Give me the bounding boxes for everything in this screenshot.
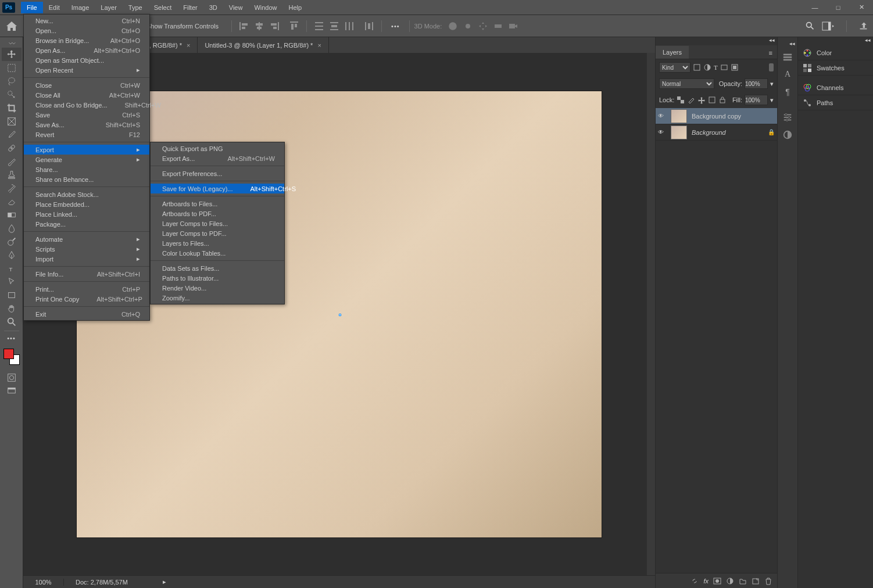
color-swatches[interactable] <box>3 349 20 365</box>
history-panel-icon[interactable] <box>781 50 795 64</box>
distribute-bottom-icon[interactable] <box>344 20 355 32</box>
close-window-button[interactable]: ✕ <box>850 1 873 15</box>
zoom-tool[interactable] <box>2 315 22 328</box>
marquee-tool[interactable] <box>2 61 22 74</box>
align-top-icon[interactable] <box>288 20 300 32</box>
menu-type[interactable]: Type <box>123 2 148 13</box>
visibility-icon[interactable]: 👁 <box>658 113 666 119</box>
color-panel-button[interactable]: Color <box>798 45 873 60</box>
history-brush-tool[interactable] <box>2 181 22 195</box>
menu-item[interactable]: Share on Behance... <box>24 174 149 184</box>
menu-item[interactable]: Export Preferences... <box>151 168 284 178</box>
menu-item[interactable]: Close and Go to Bridge...Shift+Ctrl+W <box>24 100 149 110</box>
stamp-tool[interactable] <box>2 168 22 181</box>
eyedropper-tool[interactable] <box>2 128 22 141</box>
menu-edit[interactable]: Edit <box>43 2 66 13</box>
menu-select[interactable]: Select <box>148 2 178 13</box>
blend-mode-select[interactable]: Normal <box>659 78 714 89</box>
layer-row[interactable]: 👁Background copy <box>656 108 777 124</box>
menu-window[interactable]: Window <box>248 2 282 13</box>
menu-item[interactable]: Zoomify... <box>151 293 284 303</box>
lock-transparent-icon[interactable] <box>677 96 685 104</box>
menu-item[interactable]: Paths to Illustrator... <box>151 273 284 283</box>
menu-item[interactable]: Import▸ <box>24 254 149 264</box>
crop-tool[interactable] <box>2 101 22 114</box>
filter-pixel-icon[interactable] <box>693 63 701 71</box>
menu-item[interactable]: Print One CopyAlt+Shift+Ctrl+P <box>24 294 149 304</box>
adjustments-panel-icon[interactable] <box>781 110 795 124</box>
doc-info-flyout-icon[interactable]: ▸ <box>163 578 166 586</box>
align-right-icon[interactable] <box>269 20 280 32</box>
menu-item[interactable]: Open Recent▸ <box>24 65 149 75</box>
opacity-input[interactable] <box>745 78 768 89</box>
menu-item[interactable]: Export▸ <box>24 145 149 155</box>
edit-toolbar-icon[interactable]: ••• <box>2 334 22 343</box>
filter-adjust-icon[interactable] <box>703 63 711 71</box>
foreground-color[interactable] <box>3 349 14 359</box>
rectangle-tool[interactable] <box>2 288 22 302</box>
quickmask-tool[interactable] <box>2 371 22 384</box>
menu-filter[interactable]: Filter <box>177 2 203 13</box>
eraser-tool[interactable] <box>2 195 22 208</box>
menu-item[interactable]: Quick Export as PNG <box>151 144 284 153</box>
filter-smart-icon[interactable] <box>731 63 739 71</box>
menu-item[interactable]: Open As...Alt+Shift+Ctrl+O <box>24 45 149 55</box>
layer-name[interactable]: Background <box>692 129 726 136</box>
collapse-panel-icon[interactable]: ◂◂ <box>769 37 775 45</box>
fill-flyout-icon[interactable]: ▾ <box>770 96 774 104</box>
styles-panel-icon[interactable] <box>781 128 795 142</box>
menu-item[interactable]: RevertF12 <box>24 130 149 139</box>
collapse-tools-icon[interactable] <box>2 40 22 48</box>
brush-tool[interactable] <box>2 155 22 168</box>
menu-file[interactable]: File <box>21 2 43 13</box>
share-icon[interactable] <box>858 21 868 31</box>
document-tab[interactable]: Untitled-3 @ 80% (Layer 1, RGB/8#) *× <box>198 37 328 53</box>
menu-item[interactable]: CloseCtrl+W <box>24 80 149 90</box>
layer-row[interactable]: 👁Background🔒 <box>656 124 777 141</box>
menu-item[interactable]: Export As...Alt+Shift+Ctrl+W <box>151 153 284 163</box>
menu-item[interactable]: Save As...Shift+Ctrl+S <box>24 120 149 130</box>
move-tool[interactable] <box>2 48 22 61</box>
distribute-h-icon[interactable] <box>363 20 375 32</box>
paths-panel-button[interactable]: Paths <box>798 95 873 110</box>
vertical-scrollbar[interactable] <box>647 53 655 575</box>
zoom-level[interactable]: 100% <box>23 579 64 586</box>
maximize-button[interactable]: □ <box>827 1 850 15</box>
menu-layer[interactable]: Layer <box>95 2 123 13</box>
collapse-strip-icon[interactable]: ◂◂ <box>789 41 795 46</box>
menu-item[interactable]: ExitCtrl+Q <box>24 309 149 319</box>
filter-kind-select[interactable]: Kind <box>659 62 690 73</box>
gradient-tool[interactable] <box>2 208 22 221</box>
close-tab-icon[interactable]: × <box>187 42 190 49</box>
lasso-tool[interactable] <box>2 74 22 88</box>
menu-item[interactable]: Scripts▸ <box>24 244 149 254</box>
filter-shape-icon[interactable] <box>720 63 728 71</box>
visibility-icon[interactable]: 👁 <box>658 129 666 135</box>
align-left-icon[interactable] <box>238 20 250 32</box>
delete-layer-icon[interactable] <box>764 577 772 585</box>
link-layers-icon[interactable] <box>690 577 699 585</box>
layer-fx-icon[interactable]: fx <box>703 578 709 585</box>
menu-item[interactable]: Render Video... <box>151 283 284 293</box>
menu-item[interactable]: Close AllAlt+Ctrl+W <box>24 90 149 100</box>
minimize-button[interactable]: — <box>803 1 827 15</box>
lock-artboard-icon[interactable] <box>708 96 716 104</box>
pen-tool[interactable] <box>2 248 22 261</box>
align-center-h-icon[interactable] <box>253 20 265 32</box>
paragraph-panel-icon[interactable]: ¶ <box>781 85 795 99</box>
menu-item[interactable]: Share... <box>24 164 149 174</box>
menu-item[interactable]: Place Embedded... <box>24 199 149 209</box>
group-icon[interactable] <box>739 577 747 585</box>
quick-select-tool[interactable] <box>2 88 22 101</box>
menu-item[interactable]: Open...Ctrl+O <box>24 26 149 35</box>
workspace-switcher-icon[interactable] <box>822 21 835 31</box>
filter-type-icon[interactable]: T <box>714 64 718 71</box>
character-panel-icon[interactable]: A <box>781 67 795 81</box>
menu-3d[interactable]: 3D <box>203 2 223 13</box>
blur-tool[interactable] <box>2 221 22 235</box>
layer-thumbnail[interactable] <box>671 109 687 123</box>
home-icon[interactable] <box>5 19 19 33</box>
menu-item[interactable]: Open as Smart Object... <box>24 55 149 65</box>
screenmode-tool[interactable] <box>2 384 22 397</box>
distribute-v-icon[interactable] <box>328 20 340 32</box>
